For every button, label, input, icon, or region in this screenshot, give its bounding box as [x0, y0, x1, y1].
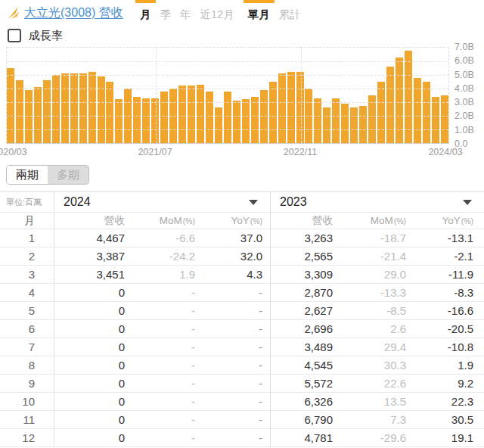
revenue-bar[interactable] [206, 92, 213, 143]
mom-cell-2023: 13.5 [340, 393, 414, 411]
revenue-bar[interactable] [350, 107, 358, 143]
yoy-cell-2024: - [203, 338, 270, 356]
mom-cell-2023: 22.6 [340, 375, 414, 393]
revenue-bar[interactable] [224, 92, 231, 143]
tab-month[interactable]: 月 [135, 0, 156, 22]
h-gridline [7, 75, 448, 76]
revenue-bar[interactable] [115, 99, 123, 143]
x-axis-label: 2022/11 [284, 147, 317, 157]
revenue-bar[interactable] [242, 99, 250, 143]
yoy-cell-2023: -13.1 [414, 229, 484, 247]
yoy-cell-2023: -20.5 [414, 320, 484, 338]
rev-cell-2023: 2,565 [270, 247, 340, 266]
revenue-bar[interactable] [359, 106, 367, 143]
rev-cell-2024: 0 [54, 320, 132, 338]
h-gridline [7, 61, 448, 62]
rev-cell-2024: 0 [54, 393, 132, 411]
revenue-bar[interactable] [287, 72, 295, 143]
revenue-bar[interactable] [341, 104, 349, 143]
month-cell: 9 [0, 375, 54, 393]
column-header-2023-mom: MoM(%) [340, 213, 414, 229]
revenue-bar[interactable] [215, 107, 222, 143]
y-axis-label: 1.0B [455, 124, 474, 136]
year-dropdown-label: 2023 [280, 195, 307, 209]
yoy-cell-2024: - [203, 375, 270, 393]
revenue-bar[interactable] [142, 98, 150, 143]
yoy-cell-2023: -11.9 [414, 266, 484, 284]
revenue-bar[interactable] [423, 82, 430, 143]
header: 大立光(3008) 營收 月 季 年 近12月 單月 累計 [0, 0, 484, 24]
revenue-bar[interactable] [52, 75, 60, 143]
revenue-bar[interactable] [233, 101, 240, 143]
toggle-multi-period[interactable]: 多期 [48, 166, 88, 184]
revenue-bar[interactable] [70, 73, 78, 143]
month-cell: 12 [0, 429, 54, 447]
yoy-cell-2024: - [203, 429, 270, 447]
revenue-bar[interactable] [314, 98, 321, 143]
mom-cell-2024: - [132, 302, 203, 320]
revenue-bar[interactable] [61, 73, 69, 143]
rev-cell-2023: 6,326 [270, 393, 340, 411]
revenue-bar[interactable] [98, 76, 105, 143]
stock-revenue-link[interactable]: 大立光(3008) 營收 [24, 5, 123, 21]
revenue-bar[interactable] [432, 97, 439, 143]
header-label: 營收 [312, 214, 333, 228]
revenue-bar[interactable] [323, 107, 330, 143]
revenue-bar[interactable] [133, 97, 141, 143]
mom-cell-2024: -6.6 [132, 229, 203, 247]
column-header-2023-yoy: YoY(%) [414, 213, 484, 229]
revenue-bar[interactable] [160, 92, 168, 143]
revenue-bar[interactable] [251, 97, 259, 143]
yoy-cell-2024: - [203, 356, 270, 375]
header-suffix: (%) [183, 216, 195, 226]
rev-cell-2023: 6,790 [270, 411, 340, 429]
yoy-cell-2023: -10.8 [414, 338, 484, 356]
yoy-cell-2023: 1.9 [414, 356, 484, 375]
rev-cell-2024: 0 [54, 411, 132, 429]
revenue-bar[interactable] [43, 80, 51, 143]
month-cell: 1 [0, 229, 54, 247]
mom-cell-2024: - [132, 356, 203, 375]
header-suffix: (%) [250, 216, 262, 226]
compare-mode-toggle: 兩期 多期 [6, 165, 89, 185]
growth-rate-label: 成長率 [29, 29, 63, 43]
rev-cell-2023: 2,696 [270, 320, 340, 338]
revenue-bar[interactable] [16, 80, 23, 143]
rev-cell-2023: 2,627 [270, 302, 340, 320]
mom-cell-2023: -18.7 [340, 229, 414, 247]
revenue-bar[interactable] [296, 72, 304, 143]
month-cell: 10 [0, 393, 54, 411]
toggle-two-period[interactable]: 兩期 [7, 166, 48, 184]
tab-trailing-12m[interactable]: 近12月 [196, 0, 239, 22]
revenue-bar[interactable] [386, 67, 394, 143]
revenue-bar[interactable] [278, 73, 286, 143]
revenue-bar[interactable] [88, 72, 96, 143]
tab-cumulative[interactable]: 累計 [275, 0, 306, 22]
revenue-bar[interactable] [377, 82, 385, 143]
revenue-bar[interactable] [178, 86, 186, 143]
month-cell: 11 [0, 411, 54, 429]
revenue-bar[interactable] [197, 85, 204, 143]
mom-cell-2024: - [132, 320, 203, 338]
revenue-bar[interactable] [79, 73, 87, 143]
revenue-bar[interactable] [188, 86, 195, 143]
tab-quarter[interactable]: 季 [156, 0, 176, 22]
tab-year[interactable]: 年 [175, 0, 196, 22]
mom-cell-2024: - [132, 393, 203, 411]
year-dropdown-2024[interactable]: 2024 [54, 192, 270, 213]
h-gridline [7, 116, 448, 117]
growth-rate-checkbox[interactable] [8, 29, 21, 42]
rev-cell-2023: 2,870 [270, 284, 340, 302]
rev-cell-2024: 3,451 [54, 266, 132, 284]
chart-plot-area [6, 47, 449, 144]
tab-single-month[interactable]: 單月 [244, 0, 275, 22]
revenue-bar[interactable] [414, 78, 421, 143]
revenue-bar[interactable] [7, 68, 14, 143]
revenue-bar[interactable] [106, 82, 113, 143]
header-label: YoY [442, 215, 460, 226]
revenue-bar[interactable] [332, 98, 340, 143]
year-dropdown-2023[interactable]: 2023 [270, 192, 484, 213]
y-axis-label: 4.0B [455, 82, 474, 95]
revenue-bar[interactable] [269, 82, 277, 143]
header-label: MoM [160, 215, 182, 226]
